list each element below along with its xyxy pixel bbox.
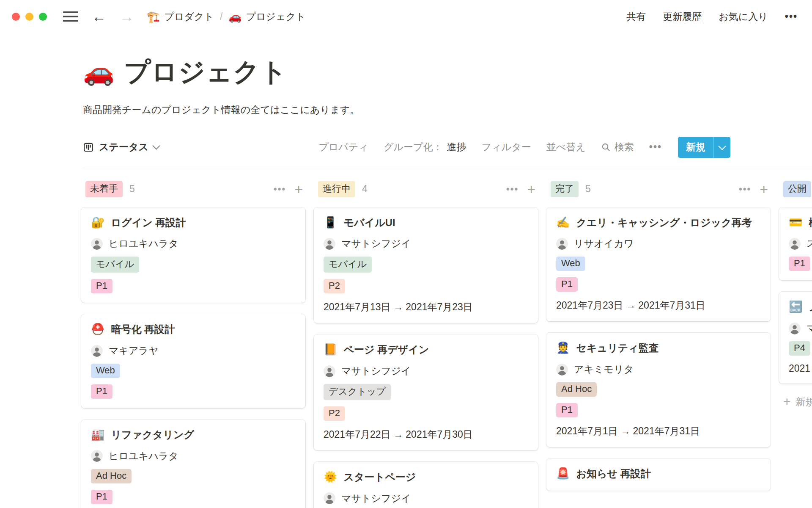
filter-button[interactable]: フィルター [482, 141, 531, 154]
card-title: クエリ・キャッシング・ロジック再考 [576, 215, 752, 230]
column-more-icon[interactable]: ••• [739, 184, 751, 195]
board-column: 完了5•••+✍️クエリ・キャッシング・ロジック再考リサオイカワWebP1202… [546, 181, 771, 491]
forward-arrow-icon[interactable]: → [120, 9, 134, 24]
column-add-icon[interactable]: + [760, 182, 768, 196]
card-title-row: 🏭リファクタリング [91, 428, 296, 442]
card-tag: P2 [324, 279, 345, 293]
card-title-row: ✍️クエリ・キャッシング・ロジック再考 [556, 215, 761, 230]
kanban-card[interactable]: 🚨お知らせ 再設計 [546, 458, 771, 491]
minimize-window-button[interactable] [25, 13, 33, 21]
column-add-card-button[interactable]: +新規 [779, 395, 812, 409]
board-column: 未着手5•••+🔐ログイン 再設計ヒロユキハラタモバイルP1⛑️暗号化 再設計マ… [81, 181, 305, 508]
avatar [556, 364, 568, 375]
breadcrumb-product[interactable]: 🏗️ プロダクト [147, 10, 214, 23]
new-button-label[interactable]: 新規 [678, 137, 713, 158]
column-cards: 🔐ログイン 再設計ヒロユキハラタモバイルP1⛑️暗号化 再設計マキアラヤWebP… [81, 207, 305, 508]
kanban-card[interactable]: 🏭リファクタリングヒロユキハラタAd HocP1 [81, 420, 305, 508]
card-title-row: 📙ページ 再デザイン [324, 342, 528, 357]
person-name: マサトシフジイ [341, 237, 411, 250]
favorite-button[interactable]: お気に入り [719, 10, 768, 23]
column-add-icon[interactable]: + [294, 182, 303, 196]
page-description[interactable]: 商品開発チームのプロジェクト情報の全てはここにあります。 [83, 102, 732, 117]
avatar [324, 238, 335, 250]
person-name: リサオイカワ [574, 237, 634, 250]
plus-icon: + [783, 395, 791, 409]
person-name: ヒロユキハラタ [109, 237, 178, 250]
kanban-card[interactable]: 📙ページ 再デザインマサトシフジイデスクトップP22021年7月22日 → 20… [314, 334, 538, 450]
card-emoji-icon: 📙 [324, 342, 337, 357]
avatar [91, 238, 103, 250]
card-person: マキアラヤ [91, 344, 296, 357]
back-arrow-icon[interactable]: ← [92, 9, 106, 24]
card-tag: P2 [324, 406, 345, 421]
car-icon: 🚗 [228, 11, 241, 23]
board-column: 進行中4•••+📱モバイルUIマサトシフジイモバイルP22021年7月13日 →… [314, 181, 538, 508]
card-title-row: 🔙ノ [789, 300, 812, 315]
card-tag: Ad Hoc [556, 382, 597, 397]
column-count: 5 [129, 183, 135, 195]
card-tag: P4 [789, 341, 810, 356]
breadcrumb-product-label: プロダクト [164, 10, 214, 23]
person-name: マサトシフジイ [341, 364, 411, 378]
card-date-range: 2021 [789, 363, 812, 374]
avatar [789, 238, 801, 250]
breadcrumb-project[interactable]: 🚗 プロジェクト [228, 10, 305, 23]
person-name: マサトシフジイ [341, 492, 411, 505]
column-status-pill[interactable]: 進行中 [318, 181, 355, 197]
kanban-card[interactable]: ⛑️暗号化 再設計マキアラヤWebP1 [81, 314, 305, 408]
card-title: モバイルUI [343, 215, 395, 230]
new-button-dropdown[interactable] [714, 137, 730, 158]
column-status-pill[interactable]: 未着手 [85, 181, 123, 197]
card-tag: モバイル [91, 257, 139, 273]
column-more-icon[interactable]: ••• [274, 184, 286, 195]
column-status-pill[interactable]: 完了 [551, 181, 579, 197]
new-button[interactable]: 新規 [678, 137, 730, 158]
kanban-card[interactable]: 🔙ノマP42021 [779, 292, 812, 384]
toolbar-more-icon[interactable]: ••• [649, 141, 662, 153]
column-add-icon[interactable]: + [527, 182, 535, 196]
more-options-icon[interactable]: ••• [785, 11, 798, 22]
sort-button[interactable]: 並べ替え [546, 141, 586, 154]
traffic-lights [12, 13, 47, 21]
search-label: 検索 [614, 141, 634, 154]
card-title: ページ 再デザイン [343, 342, 429, 357]
zoom-window-button[interactable] [39, 13, 47, 21]
share-button[interactable]: 共有 [626, 10, 646, 23]
kanban-card[interactable]: 🔐ログイン 再設計ヒロユキハラタモバイルP1 [81, 207, 305, 303]
card-title-row: ⛑️暗号化 再設計 [91, 322, 296, 337]
card-person: マサトシフジイ [324, 364, 528, 378]
card-tag: Web [91, 364, 120, 378]
avatar [91, 345, 103, 357]
card-title: セキュリティ監査 [576, 341, 658, 356]
board-view-icon [83, 142, 94, 153]
page-title[interactable]: プロジェクト [124, 54, 288, 90]
card-tag: デスクトップ [324, 384, 391, 400]
card-tag: P1 [556, 403, 578, 417]
properties-button[interactable]: プロパティ [318, 141, 368, 154]
kanban-card[interactable]: 👮セキュリティ監査アキミモリタAd HocP12021年7月1日 → 2021年… [546, 333, 771, 447]
avatar [324, 365, 335, 377]
kanban-card[interactable]: 🌞スタートページマサトシフジイ [314, 462, 538, 508]
avatar [556, 238, 568, 250]
card-title-row: 📱モバイルUI [324, 215, 528, 230]
updates-button[interactable]: 更新履歴 [663, 10, 702, 23]
kanban-card[interactable]: 📱モバイルUIマサトシフジイモバイルP22021年7月13日 → 2021年7月… [314, 207, 538, 323]
column-more-icon[interactable]: ••• [506, 184, 518, 195]
group-by-control[interactable]: グループ化： 進捗 [384, 141, 466, 154]
close-window-button[interactable] [12, 13, 20, 21]
kanban-card[interactable]: 💳権スP1 [779, 207, 812, 281]
card-date-range: 2021年7月1日 → 2021年7月31日 [556, 425, 761, 438]
card-emoji-icon: 🔙 [789, 300, 802, 314]
view-selector[interactable]: ステータス [83, 141, 159, 154]
group-by-label: グループ化： [384, 141, 443, 154]
page-emoji-car-icon[interactable]: 🚗 [83, 59, 115, 85]
sidebar-menu-icon[interactable] [63, 11, 78, 22]
column-status-pill[interactable]: 公開 [783, 181, 811, 197]
search-button[interactable]: 検索 [601, 141, 634, 154]
card-title-row: 👮セキュリティ監査 [556, 341, 761, 356]
card-title: お知らせ 再設計 [576, 467, 650, 481]
search-icon [601, 142, 611, 152]
card-person: ヒロユキハラタ [91, 450, 296, 463]
kanban-card[interactable]: ✍️クエリ・キャッシング・ロジック再考リサオイカワWebP12021年7月23日… [546, 207, 771, 322]
card-title: スタートページ [343, 470, 416, 485]
